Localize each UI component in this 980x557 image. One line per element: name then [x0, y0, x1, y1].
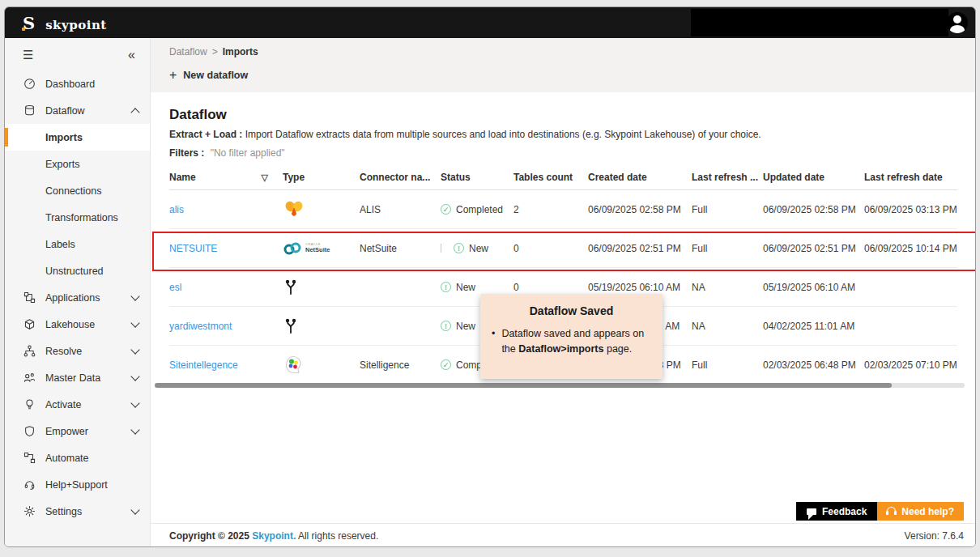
- dataflow-link-netsuite[interactable]: NETSUITE: [169, 243, 217, 254]
- sidebar-item-imports[interactable]: Imports: [5, 124, 150, 151]
- top-bar: S skypoint: [5, 7, 975, 38]
- status-new-icon: [441, 321, 451, 331]
- dataflow-link-alis[interactable]: alis: [169, 204, 184, 215]
- version-label: Version: 7.6.4: [905, 530, 964, 542]
- tooltip-body: Dataflow saved and appears on the Datafl…: [492, 326, 651, 357]
- breadcrumb-parent[interactable]: Dataflow: [169, 46, 207, 57]
- status-new-icon: [454, 243, 464, 253]
- page-description: Extract + Load : Import Dataflow extract…: [169, 129, 964, 140]
- status-completed-icon: [441, 359, 451, 370]
- page-header-strip: Dataflow > Imports New dataflow: [151, 38, 975, 92]
- tooltip-title: Dataflow Saved: [492, 304, 651, 317]
- sidebar-item-activate[interactable]: Activate: [5, 391, 150, 418]
- filter-funnel-icon[interactable]: ▽: [262, 172, 268, 183]
- filters-value: "No filter applied": [211, 147, 285, 159]
- gauge-icon: [23, 78, 36, 91]
- hierarchy-icon: [23, 345, 36, 358]
- chevron-down-icon: [130, 345, 139, 354]
- chevron-down-icon: [130, 425, 139, 434]
- gear-icon: [23, 505, 36, 518]
- automation-icon: [23, 452, 36, 465]
- feedback-button[interactable]: Feedback: [796, 502, 877, 521]
- status-label: Completed: [456, 204, 503, 215]
- status-label: New: [456, 282, 475, 293]
- breadcrumb-separator: >: [212, 46, 218, 57]
- cursor-tick: [441, 244, 441, 253]
- status-label: New: [469, 243, 488, 254]
- breadcrumb-current: Imports: [223, 46, 258, 57]
- lightbulb-icon: [23, 398, 36, 411]
- sidebar-item-dashboard[interactable]: Dashboard: [5, 70, 150, 97]
- sidebar-item-empower[interactable]: Empower: [5, 418, 150, 444]
- headset-icon: [887, 507, 896, 516]
- breadcrumb: Dataflow > Imports: [169, 46, 975, 57]
- sidebar-item-resolve[interactable]: Resolve: [5, 338, 150, 364]
- skypoint-logo-icon: S: [23, 13, 35, 33]
- shield-icon: [23, 425, 36, 438]
- sidebar: ☰ « Dashboard Dataflow Imports Exports C…: [5, 38, 151, 547]
- sidebar-item-automate[interactable]: Automate: [5, 444, 150, 471]
- chevron-down-icon: [130, 398, 139, 407]
- hamburger-menu-icon[interactable]: ☰: [23, 48, 33, 62]
- redacted-region: [691, 9, 948, 36]
- scrollbar-thumb[interactable]: [155, 383, 892, 388]
- dataflow-saved-tooltip: Dataflow Saved Dataflow saved and appear…: [480, 294, 663, 379]
- sidebar-item-connections[interactable]: Connections: [5, 177, 150, 204]
- filters-label: Filters :: [169, 147, 204, 159]
- people-nodes-icon: [23, 372, 36, 385]
- content-area: Dataflow Extract + Load : Import Dataflo…: [151, 92, 975, 523]
- sitelligence-head-icon: [283, 355, 360, 376]
- dataflow-link-yardiwestmont[interactable]: yardiwestmont: [169, 321, 232, 332]
- status-label: New: [456, 321, 475, 332]
- sidebar-collapse-icon[interactable]: «: [128, 48, 135, 62]
- page-title: Dataflow: [169, 107, 964, 123]
- sidebar-item-lakehouse[interactable]: Lakehouse: [5, 311, 150, 338]
- new-dataflow-label: New dataflow: [183, 70, 248, 81]
- filters-row: Filters : "No filter applied": [169, 147, 964, 159]
- sidebar-item-dataflow[interactable]: Dataflow: [5, 97, 150, 124]
- chevron-down-icon: [130, 372, 139, 381]
- sidebar-item-labels[interactable]: Labels: [5, 231, 150, 257]
- sidebar-item-exports[interactable]: Exports: [5, 151, 150, 177]
- status-completed-icon: [441, 204, 451, 215]
- footer: Copyright © 2025 Skypoint. All rights re…: [151, 523, 975, 547]
- chevron-down-icon: [130, 505, 139, 514]
- table-header: Name▽ Type Connector na... Status Tables…: [169, 172, 957, 190]
- sidebar-item-master-data[interactable]: Master Data: [5, 364, 150, 391]
- dataflow-link-siteintellegence[interactable]: Siteintellegence: [169, 359, 238, 371]
- headset-icon: [23, 478, 36, 491]
- skypoint-logo[interactable]: S skypoint: [23, 13, 107, 33]
- main-panel: Dataflow > Imports New dataflow Dataflow…: [151, 38, 975, 547]
- skypoint-logo-text: skypoint: [45, 18, 107, 32]
- status-new-icon: [441, 282, 451, 292]
- skypoint-footer-link[interactable]: Skypoint.: [252, 530, 296, 542]
- copyright-text: Copyright © 2025 Skypoint. All rights re…: [169, 530, 378, 542]
- app-window: S skypoint ☰ « Dashboard Dataflow Import…: [4, 6, 976, 547]
- table-row-highlighted: NETSUITE ORACLENetSuite NetSuite New 0 0…: [169, 229, 957, 268]
- workflow-icon: [23, 291, 36, 304]
- new-dataflow-button[interactable]: New dataflow: [169, 68, 248, 83]
- user-avatar[interactable]: [947, 12, 968, 33]
- speech-bubble-icon: [807, 508, 816, 515]
- need-help-button[interactable]: Need help?: [877, 502, 964, 521]
- sidebar-item-unstructured[interactable]: Unstructured: [5, 257, 150, 284]
- sidebar-item-transformations[interactable]: Transformations: [5, 204, 150, 231]
- cube-icon: [23, 318, 36, 331]
- horizontal-scrollbar[interactable]: [155, 383, 965, 388]
- sidebar-item-applications[interactable]: Applications: [5, 284, 150, 311]
- chevron-up-icon: [130, 108, 139, 117]
- git-branch-icon: [283, 278, 360, 296]
- chevron-down-icon: [130, 291, 139, 300]
- chevron-down-icon: [130, 318, 139, 327]
- sidebar-item-settings[interactable]: Settings: [5, 498, 150, 525]
- table-row: alis ALIS Completed 2 06/09/2025 02:58 P…: [169, 190, 957, 229]
- dataflow-link-esl[interactable]: esl: [169, 282, 181, 293]
- netsuite-logo-icon: ORACLENetSuite: [283, 240, 360, 257]
- database-icon: [23, 104, 36, 117]
- alis-butterfly-icon: [283, 199, 360, 220]
- sidebar-item-help-support[interactable]: Help+Support: [5, 471, 150, 498]
- git-branch-icon: [283, 317, 360, 335]
